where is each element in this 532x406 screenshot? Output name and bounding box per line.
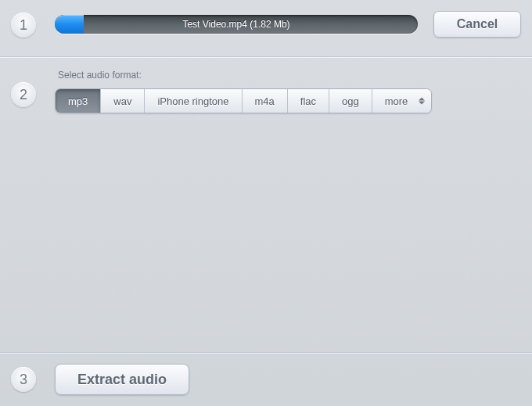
divider-2 (0, 352, 532, 353)
cancel-button[interactable]: Cancel (433, 11, 521, 38)
format-option-m4a[interactable]: m4a (242, 89, 287, 113)
upload-progress-bar: Test Video.mp4 (1.82 Mb) (55, 15, 418, 34)
step-3-badge: 3 (11, 367, 36, 392)
format-option-ogg[interactable]: ogg (329, 89, 372, 113)
step-1-row: 1 Test Video.mp4 (1.82 Mb) Cancel (0, 0, 532, 56)
upload-filename: Test Video.mp4 (1.82 Mb) (55, 15, 418, 34)
format-more-dropdown[interactable]: more (372, 89, 432, 113)
step-1-badge: 1 (11, 13, 36, 38)
format-option-flac[interactable]: flac (287, 89, 329, 113)
extract-audio-button[interactable]: Extract audio (55, 364, 189, 395)
upload-progress-fill (55, 15, 84, 34)
format-label: Select audio format: (58, 70, 521, 81)
step-3-row: 3 Extract audio (11, 364, 521, 395)
updown-arrows-icon (419, 98, 425, 105)
format-option-mp3[interactable]: mp3 (56, 89, 100, 113)
format-more-label: more (385, 95, 408, 107)
format-segmented-control: mp3 wav iPhone ringtone m4a flac ogg mor… (55, 88, 432, 113)
step-2-badge: 2 (11, 82, 36, 107)
format-option-wav[interactable]: wav (100, 89, 144, 113)
format-option-iphone-ringtone[interactable]: iPhone ringtone (144, 89, 241, 113)
step-2-row: 2 Select audio format: mp3 wav iPhone ri… (0, 57, 532, 113)
